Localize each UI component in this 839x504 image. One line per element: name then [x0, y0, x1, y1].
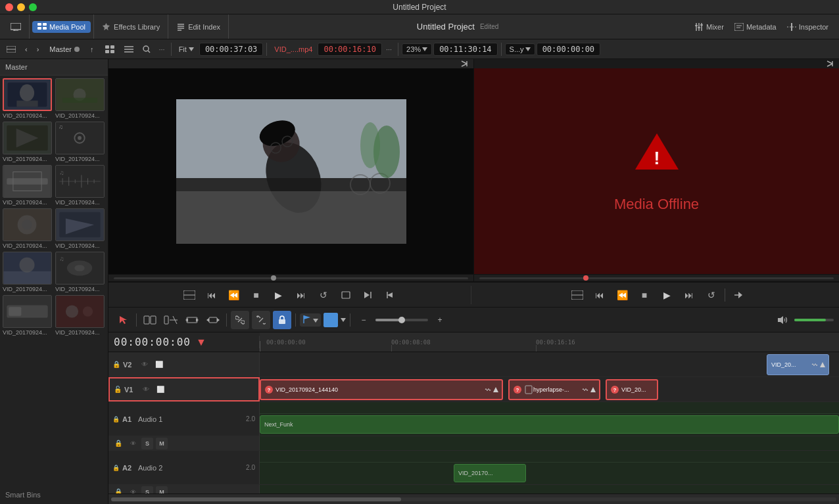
scroll-thumb[interactable] [111, 497, 401, 501]
media-thumbnail[interactable] [3, 208, 52, 241]
track-lock-icon[interactable]: 🔒 [112, 361, 120, 368]
close-button[interactable] [5, 3, 13, 11]
clip-options[interactable]: ··· [383, 44, 395, 55]
volume-icon[interactable] [773, 311, 792, 329]
maximize-button[interactable] [29, 3, 37, 11]
source-play[interactable]: ▶ [270, 286, 288, 304]
track-v2-eye[interactable]: 👁 [139, 359, 151, 371]
clip-v1-2[interactable]: ? hyperlapse-... [508, 379, 600, 400]
track-a2-eye2[interactable]: 👁 [127, 486, 139, 494]
monitor-button[interactable] [5, 21, 26, 33]
media-thumbnail[interactable] [3, 165, 52, 198]
list-item[interactable]: ♫ VID_20170924... [55, 122, 105, 162]
prog-play[interactable]: ▶ [658, 286, 676, 304]
color-picker-btn[interactable] [324, 313, 338, 327]
source-loop[interactable]: ↺ [314, 286, 333, 304]
back-button[interactable]: ‹ [21, 44, 32, 55]
trim-tool[interactable] [141, 311, 159, 329]
color-dropdown[interactable] [341, 318, 346, 322]
workspace-switcher[interactable] [3, 45, 20, 54]
media-thumbnail[interactable]: ♫ [55, 252, 105, 285]
list-item[interactable]: VID_20170924... [3, 295, 53, 336]
track-v1-clip[interactable]: ⬜ [155, 384, 166, 396]
flag-btn[interactable] [302, 315, 312, 325]
source-mark-in[interactable] [381, 286, 400, 304]
list-item[interactable]: VID_20170924... [55, 208, 105, 249]
track-a1-m[interactable]: M [156, 438, 168, 449]
mixer-button[interactable]: Mixer [689, 21, 729, 33]
list-item[interactable]: VID_20170924... [3, 122, 53, 162]
volume-slider[interactable] [794, 319, 834, 321]
track-v1-content[interactable]: ? VID_20170924_144140 ? hyperlapse-... [260, 377, 839, 401]
track-a2-m[interactable]: M [156, 486, 168, 494]
prog-skip-start[interactable]: ⏮ [590, 286, 609, 304]
search-btn[interactable] [139, 44, 155, 55]
media-thumbnail[interactable] [55, 295, 105, 328]
list-item[interactable]: VID_20170924... [3, 78, 53, 119]
more-options-btn[interactable]: ··· [156, 44, 167, 55]
grid-view-btn[interactable] [101, 44, 118, 55]
list-view-btn[interactable] [120, 44, 137, 55]
clip-a2[interactable]: VID_20170... [454, 464, 526, 482]
clip-v2[interactable]: VID_20... [767, 354, 829, 375]
track-v2-clip[interactable]: ⬜ [153, 359, 165, 371]
view-preset[interactable]: S...y [505, 43, 535, 55]
media-thumbnail[interactable] [3, 252, 52, 285]
media-thumbnail[interactable]: ♫ [55, 165, 105, 198]
media-thumbnail[interactable] [3, 78, 52, 111]
list-item[interactable]: ♫ VID_20170924... [55, 252, 105, 292]
source-scrubber-thumb[interactable] [271, 275, 276, 281]
zoom-in-btn[interactable]: + [431, 311, 449, 329]
prog-loop[interactable]: ↺ [702, 286, 721, 304]
track-lock-icon[interactable]: 🔓 [114, 386, 122, 393]
slide-tool[interactable] [204, 311, 222, 329]
prog-stop[interactable]: ■ [635, 286, 654, 304]
link-clip-btn[interactable] [231, 311, 249, 329]
list-item[interactable]: VID_20170924... [3, 165, 53, 206]
track-v1-eye[interactable]: 👁 [140, 384, 152, 396]
forward-button[interactable]: › [33, 44, 43, 55]
track-a2-lock[interactable]: 🔒 [112, 486, 124, 494]
lock-btn[interactable] [273, 311, 291, 329]
zoom-control[interactable]: 23% [402, 43, 432, 55]
track-a1-lock[interactable]: 🔒 [112, 438, 124, 449]
prog-step-back[interactable]: ⏪ [613, 286, 631, 304]
track-a1-eye2[interactable]: 👁 [127, 438, 139, 449]
zoom-out-btn[interactable]: − [354, 311, 373, 329]
select-tool[interactable] [114, 311, 132, 329]
timeline-ruler[interactable]: 00:00:00:00 00:00:08:08 00:00:16:16 [260, 332, 839, 352]
media-thumbnail[interactable] [3, 295, 52, 328]
metadata-button[interactable]: Metadata [729, 21, 782, 33]
list-item[interactable]: VID_20170924... [55, 295, 105, 336]
fit-dropdown[interactable]: Fit [175, 44, 198, 55]
media-thumbnail[interactable] [55, 208, 105, 241]
source-format-btn[interactable] [180, 286, 199, 304]
track-a1-s[interactable]: S [141, 438, 153, 449]
program-scrubber-thumb[interactable] [583, 275, 588, 281]
up-arrow[interactable]: ↑ [86, 44, 98, 55]
inspector-button[interactable]: Inspector [782, 21, 834, 33]
source-skip-end[interactable]: ⏭ [292, 286, 310, 304]
zoom-slider[interactable] [375, 319, 428, 321]
source-fit-frame[interactable] [337, 286, 355, 304]
clip-v1-3[interactable]: ? VID_20... [606, 379, 658, 400]
source-step-back[interactable]: ⏪ [225, 286, 243, 304]
source-stop[interactable]: ■ [247, 286, 266, 304]
list-item[interactable]: ♫ VID_20170924... [55, 165, 105, 206]
source-skip-start[interactable]: ⏮ [203, 286, 221, 304]
track-a2-s[interactable]: S [141, 486, 153, 494]
list-item[interactable]: VID_20170924... [3, 208, 53, 249]
prog-skip-end[interactable]: ⏭ [680, 286, 698, 304]
track-lock-icon[interactable]: 🔒 [112, 416, 120, 423]
unlink-btn[interactable] [252, 311, 270, 329]
track-a2-content[interactable]: VID_20170... [260, 463, 839, 484]
clip-v1-1[interactable]: ? VID_20170924_144140 [260, 379, 503, 400]
list-item[interactable]: VID_20170924... [3, 252, 53, 292]
media-pool-button[interactable]: Media Pool [32, 21, 91, 33]
zoom-thumb[interactable] [398, 317, 405, 323]
list-item[interactable]: VID_20170924... [55, 78, 105, 119]
track-a1-content[interactable]: Next_Funk [260, 414, 839, 436]
track-lock-icon[interactable]: 🔒 [112, 465, 120, 471]
edit-index-button[interactable]: Edit Index [171, 21, 226, 33]
media-thumbnail[interactable]: ♫ [55, 122, 105, 154]
